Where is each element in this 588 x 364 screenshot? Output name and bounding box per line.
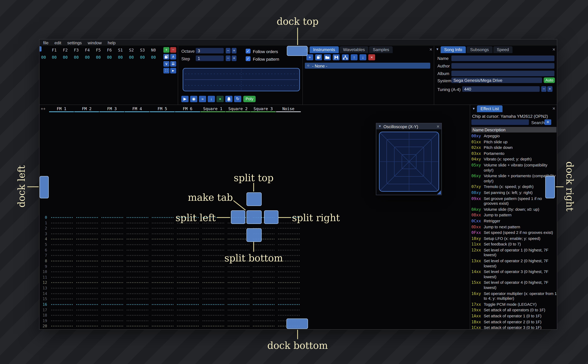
channel-header-fm-5[interactable]: FM 5 xyxy=(150,105,175,112)
pattern-cell[interactable] xyxy=(225,247,251,253)
pattern-cell[interactable] xyxy=(251,285,276,291)
tab-wavetables[interactable]: Wavetables xyxy=(340,46,368,53)
pattern-cell[interactable] xyxy=(125,280,150,285)
pattern-cell[interactable] xyxy=(74,253,99,258)
pattern-cell[interactable] xyxy=(175,318,200,323)
pattern-cell[interactable] xyxy=(99,329,125,330)
repeat-button[interactable]: ↻ xyxy=(234,96,241,102)
pattern-cell[interactable] xyxy=(200,302,225,307)
pattern-cell[interactable] xyxy=(200,312,225,318)
pattern-cell[interactable] xyxy=(125,215,150,220)
oscilloscope-xy-titlebar[interactable]: ▼ Oscilloscope (X-Y) × xyxy=(376,123,441,129)
follow-orders-checkbox[interactable]: ✓ xyxy=(246,49,251,53)
pattern-cell[interactable] xyxy=(276,280,301,285)
effect-search-input[interactable] xyxy=(471,119,529,125)
split-target-bottom[interactable] xyxy=(246,228,262,242)
delete-instrument-button[interactable]: × xyxy=(368,54,375,60)
pattern-cell[interactable] xyxy=(125,258,150,264)
menu-item-help[interactable]: help xyxy=(108,40,116,45)
pattern-cell[interactable] xyxy=(276,269,301,275)
menu-item-settings[interactable]: settings xyxy=(67,40,82,45)
pattern-cell[interactable] xyxy=(225,242,251,247)
pattern-cell[interactable] xyxy=(200,318,225,323)
order-move-down-button[interactable]: ∨ xyxy=(163,61,169,67)
pattern-cell[interactable] xyxy=(200,269,225,275)
duplicate-instrument-button[interactable] xyxy=(315,54,322,60)
order-remove-button[interactable]: − xyxy=(170,47,176,53)
pattern-cell[interactable] xyxy=(225,323,251,329)
pattern-cell[interactable] xyxy=(251,312,276,318)
pattern-cell[interactable] xyxy=(175,231,200,237)
pattern-cell[interactable] xyxy=(150,258,175,264)
pattern-cell[interactable] xyxy=(175,323,200,329)
pattern-cell[interactable] xyxy=(251,296,276,302)
pattern-cell[interactable] xyxy=(99,231,125,237)
pattern-cell[interactable] xyxy=(200,258,225,264)
pattern-cell[interactable] xyxy=(150,302,175,307)
pattern-cell[interactable] xyxy=(49,215,74,220)
pattern-cell[interactable] xyxy=(225,302,251,307)
pattern-cell[interactable] xyxy=(276,264,301,269)
pattern-cell[interactable] xyxy=(175,258,200,264)
pattern-cell[interactable] xyxy=(125,296,150,302)
channel-header-noise[interactable]: Noise xyxy=(276,105,301,112)
pattern-cell[interactable] xyxy=(74,226,99,231)
pattern-cell[interactable] xyxy=(99,215,125,220)
pattern-cell[interactable] xyxy=(200,264,225,269)
pattern-cell[interactable] xyxy=(200,231,225,237)
pattern-cell[interactable] xyxy=(150,312,175,318)
pattern-cell[interactable] xyxy=(74,242,99,247)
pattern-cell[interactable] xyxy=(150,318,175,323)
pattern-cell[interactable] xyxy=(74,247,99,253)
collapse-arrow-icon[interactable]: ▼ xyxy=(378,125,382,128)
channel-header-square-2[interactable]: Square 2 xyxy=(225,105,250,112)
pattern-cell[interactable] xyxy=(150,253,175,258)
pattern-cell[interactable] xyxy=(99,269,125,275)
resize-grip[interactable] xyxy=(437,190,441,194)
pattern-cell[interactable] xyxy=(150,285,175,291)
pattern-cell[interactable] xyxy=(49,247,74,253)
pattern-cell[interactable] xyxy=(225,296,251,302)
pattern-cell[interactable] xyxy=(49,274,74,280)
pattern-cell[interactable] xyxy=(74,274,99,280)
pattern-cell[interactable] xyxy=(150,274,175,280)
pattern-cell[interactable] xyxy=(125,220,150,226)
pattern-cell[interactable] xyxy=(125,231,150,237)
pattern-cell[interactable] xyxy=(276,312,301,318)
pattern-cell[interactable] xyxy=(125,253,150,258)
pattern-cell[interactable] xyxy=(251,302,276,307)
pattern-cell[interactable] xyxy=(99,220,125,226)
menu-item-window[interactable]: window xyxy=(88,40,102,45)
pattern-cell[interactable] xyxy=(200,329,225,330)
pattern-cell[interactable] xyxy=(49,280,74,285)
octave-increase-button[interactable]: + xyxy=(232,48,237,53)
menu-item-file[interactable]: file xyxy=(43,40,48,45)
pattern-cell[interactable] xyxy=(125,264,150,269)
pattern-cell[interactable] xyxy=(49,312,74,318)
channel-header-fm-6[interactable]: FM 6 xyxy=(175,105,200,112)
pattern-cell[interactable] xyxy=(49,269,74,275)
menu-item-edit[interactable]: edit xyxy=(54,40,61,45)
pattern-cell[interactable] xyxy=(150,247,175,253)
pattern-cell[interactable] xyxy=(150,329,175,330)
tuning-input[interactable]: 440 xyxy=(462,86,540,92)
order-deep-clone-button[interactable]: ⇊ xyxy=(170,61,176,67)
tab-instruments[interactable]: Instruments xyxy=(310,46,339,53)
pattern-cell[interactable] xyxy=(200,253,225,258)
effect-list-menu-button[interactable]: ≡ xyxy=(544,119,551,125)
pattern-cell[interactable] xyxy=(150,220,175,226)
order-edit-cursor-button[interactable]: ▸ xyxy=(170,68,176,73)
tab-effect-list[interactable]: Effect List xyxy=(477,105,502,112)
pattern-cell[interactable] xyxy=(99,280,125,285)
step-increase-button[interactable]: + xyxy=(232,55,237,61)
channel-header-square-1[interactable]: Square 1 xyxy=(200,105,225,112)
order-change-mode-button[interactable]: ∷ xyxy=(163,68,169,73)
tab-speed[interactable]: Speed xyxy=(493,46,513,53)
play-button[interactable]: ▶ xyxy=(181,96,189,102)
pattern-cell[interactable] xyxy=(225,307,251,313)
pattern-cell[interactable] xyxy=(150,242,175,247)
pattern-cell[interactable] xyxy=(276,307,301,313)
split-target-left[interactable] xyxy=(231,210,245,224)
order-add-button[interactable]: + xyxy=(163,47,169,53)
pattern-cell[interactable] xyxy=(125,285,150,291)
